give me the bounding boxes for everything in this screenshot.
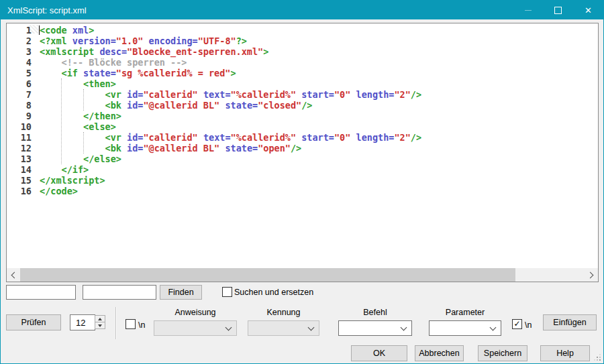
parameter-dropdown[interactable] [429,320,501,336]
titlebar[interactable]: XmlScript: script.xml ✕ [1,1,603,19]
newline-right-checkbox-label: \n [525,320,532,330]
arrow-up-icon [98,318,102,320]
minimize-icon [525,10,532,11]
kennung-dropdown[interactable] [248,320,319,336]
code-line: 16</code> [7,186,598,196]
scroll-left-button[interactable] [7,268,20,282]
search-replace-checkbox[interactable] [222,287,232,297]
indent-guide [83,132,84,154]
befehl-dropdown[interactable] [338,320,412,336]
chevron-left-icon [11,271,18,278]
code-lines: 1<code xml>2<?xml version="1.0" encoding… [7,25,598,196]
search-replace-checkbox-label: Suchen und ersetzen [234,288,313,297]
window-title: XmlScript: script.xml [1,5,87,15]
resize-grip[interactable] [594,354,601,361]
chevron-down-icon [401,324,407,331]
code-line: 12 <bk id="@callerid BL" state="open"/> [7,143,598,154]
text-caret [39,25,40,35]
maximize-button[interactable] [543,1,573,19]
help-button[interactable]: Help [540,345,590,361]
code-line: 13 </else> [7,154,598,164]
search-input[interactable] [6,285,76,300]
indent-guide [61,78,62,164]
scroll-right-button[interactable] [585,268,598,282]
code-line: 10 <else> [7,121,598,132]
minimize-button[interactable] [513,1,543,19]
code-line: 15</xmlscript> [7,175,598,186]
chevron-down-icon [225,324,232,331]
close-button[interactable]: ✕ [573,1,603,19]
code-editor[interactable]: 1<code xml>2<?xml version="1.0" encoding… [6,23,599,282]
horizontal-scrollbar[interactable] [7,268,598,282]
line-number-input[interactable] [70,314,95,330]
code-line: 7 <vr id="callerid" text="%callerid%" st… [7,89,598,100]
newline-left-checkbox-label: \n [138,320,145,330]
cancel-button[interactable]: Abbrechen [415,345,464,361]
insert-button[interactable]: Einfügen [543,314,597,330]
maximize-icon [554,7,562,14]
code-line: 5 <if state="sg %callerid% = red"> [7,68,598,78]
indent-guide [83,89,84,111]
combo-label-parameter: Parameter [429,308,501,317]
code-line: 3<xmlscript desc="Bloecke_ent-sperren.xm… [7,46,598,57]
newline-right-checkbox[interactable] [512,319,522,329]
ok-button[interactable]: OK [351,345,407,361]
code-line: 11 <vr id="callerid" text="%callerid%" s… [7,132,598,143]
combo-label-anweisung: Anweisung [154,308,237,317]
code-line: 2<?xml version="1.0" encoding="UTF-8"?> [7,36,598,46]
combo-label-kennung: Kennung [248,308,319,317]
code-line: 4 <!-- Blöcke sperren --> [7,57,598,68]
chevron-down-icon [490,324,497,331]
chevron-down-icon [308,324,315,331]
find-button[interactable]: Finden [160,285,202,300]
line-number-stepper [95,315,105,330]
vertical-separator [115,307,116,339]
newline-left-checkbox[interactable] [125,319,136,329]
code-line: 6 <then> [7,78,598,89]
scrollbar-thumb[interactable] [20,268,515,282]
code-line: 1<code xml> [7,25,598,36]
close-icon: ✕ [585,6,592,15]
chevron-right-icon [587,271,594,278]
save-button[interactable]: Speichern [478,345,527,361]
combo-label-befehl: Befehl [338,308,412,317]
code-line: 14 </if> [7,164,598,175]
spin-down-button[interactable] [95,322,105,329]
check-button[interactable]: Prüfen [6,314,61,330]
anweisung-dropdown[interactable] [154,320,237,336]
code-line: 8 <bk id="@callerid BL" state="closed"/> [7,100,598,111]
arrow-down-icon [98,324,102,327]
code-line: 9 </then> [7,111,598,121]
replace-input[interactable] [83,285,156,300]
window-controls: ✕ [513,1,603,19]
